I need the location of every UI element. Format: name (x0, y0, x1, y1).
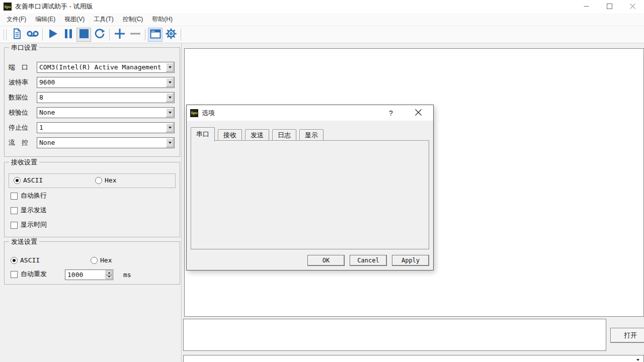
combobox-value: 9600 (39, 77, 165, 87)
combobox-value: None (39, 138, 165, 148)
menubar: 文件(F) 编辑(E) 视图(V) 工具(T) 控制(C) 帮助(H) (0, 13, 644, 26)
interval-unit-label: ms (123, 272, 131, 279)
radio-icon (14, 177, 21, 184)
send-hex-label: Hex (100, 257, 112, 264)
combobox-value: 8 (39, 93, 165, 103)
refresh-icon (94, 28, 105, 41)
receive-hex-label: Hex (105, 177, 116, 184)
dropdown-arrow-icon[interactable] (166, 108, 174, 117)
menu-view[interactable]: 视图(V) (60, 14, 89, 25)
close-icon (630, 3, 635, 11)
resend-interval-input[interactable]: 1000 (65, 269, 113, 280)
maximize-icon (607, 3, 612, 11)
baudrate-combobox[interactable]: 9600 (37, 77, 175, 88)
minimize-button[interactable] (575, 0, 598, 13)
plus-icon (114, 28, 126, 41)
settings-button[interactable] (164, 28, 178, 42)
maximize-button[interactable] (598, 0, 621, 13)
spin-up-button[interactable] (106, 270, 112, 275)
panels-button[interactable] (148, 28, 163, 42)
checkbox-icon (11, 271, 18, 278)
dialog-help-button[interactable]: ? (385, 107, 397, 119)
tab-serial[interactable]: 串口 (191, 127, 215, 141)
open-port-button[interactable]: 打开 (610, 328, 644, 343)
radio-icon (95, 177, 102, 184)
combobox-value: 1 (39, 123, 165, 133)
menu-help[interactable]: 帮助(H) (147, 14, 177, 25)
dialog-tabbar: 串口 接收 发送 日志 显示 (191, 127, 327, 141)
dialog-title: 选项 (202, 109, 215, 118)
databits-combobox[interactable]: 8 (37, 92, 175, 103)
options-dialog: Spu 选项 ? 串口 接收 发送 日志 显示 串 口 COM3 (Intel(… (186, 105, 434, 270)
checkbox-icon (11, 193, 18, 200)
show-send-label: 显示发送 (21, 207, 47, 214)
checkbox-icon (11, 222, 18, 229)
new-file-icon (12, 28, 22, 41)
port-combobox[interactable]: COM3(Intel(R) Active Management (37, 62, 175, 73)
tab-display[interactable]: 显示 (299, 129, 324, 141)
stopbits-combobox[interactable]: 1 (37, 122, 175, 133)
toolbar-drag-handle[interactable] (4, 29, 7, 40)
flowcontrol-combobox[interactable]: None (37, 137, 175, 148)
app-window: Spu 友善串口调试助手 - 试用版 文件(F) 编辑(E) 视图(V (0, 0, 644, 362)
baudrate-label: 波特率 (9, 77, 28, 88)
toolbar-separator (42, 29, 43, 41)
send-history-combobox[interactable] (183, 355, 644, 362)
refresh-button[interactable] (92, 28, 107, 42)
toolbar (0, 26, 644, 43)
play-icon (48, 28, 58, 41)
group-title: 接收设置 (9, 158, 39, 167)
receive-settings-group: 接收设置 ASCII Hex 自动换行 显示发送 (4, 162, 180, 237)
autowrap-label: 自动换行 (21, 192, 47, 199)
pause-icon (64, 28, 72, 41)
close-icon (415, 109, 422, 117)
dropdown-arrow-icon[interactable] (166, 138, 174, 147)
resend-interval-value: 1000 (67, 270, 105, 280)
titlebar: Spu 友善串口调试助手 - 试用版 (0, 0, 644, 13)
toolbar-separator (181, 29, 181, 41)
close-button[interactable] (621, 0, 644, 13)
settings-icon (165, 28, 177, 41)
dropdown-arrow-icon[interactable] (636, 359, 639, 361)
tab-log[interactable]: 日志 (272, 129, 296, 141)
dialog-close-button[interactable] (412, 107, 424, 119)
serial-settings-group: 串口设置 端 口 COM3(Intel(R) Active Management… (4, 47, 180, 157)
spinner-buttons (106, 270, 112, 279)
checkbox-icon (11, 207, 18, 214)
minus-button[interactable] (128, 28, 142, 42)
radio-icon (11, 257, 18, 264)
parity-combobox[interactable]: None (37, 107, 175, 118)
minimize-icon (584, 3, 589, 11)
flowcontrol-label: 流 控 (9, 137, 28, 148)
tab-send[interactable]: 发送 (245, 129, 269, 141)
menu-control[interactable]: 控制(C) (118, 14, 148, 25)
new-file-button[interactable] (10, 28, 24, 42)
menu-edit[interactable]: 编辑(E) (31, 14, 60, 25)
menu-file[interactable]: 文件(F) (2, 14, 31, 25)
menu-tools[interactable]: 工具(T) (89, 14, 118, 25)
spin-down-button[interactable] (106, 275, 112, 280)
minus-icon (129, 28, 141, 41)
record-button[interactable] (25, 28, 40, 42)
group-title: 串口设置 (9, 43, 39, 52)
combobox-value: COM3(Intel(R) Active Management (39, 62, 165, 72)
play-button[interactable] (45, 28, 60, 42)
toolbar-separator (145, 29, 145, 41)
dialog-icon: Spu (190, 109, 198, 117)
pause-button[interactable] (61, 28, 75, 42)
dropdown-arrow-icon[interactable] (166, 93, 174, 102)
app-icon: Spu (4, 3, 12, 11)
ok-button[interactable]: OK (307, 255, 345, 266)
dropdown-arrow-icon[interactable] (166, 78, 174, 87)
cancel-button[interactable]: Cancel (350, 255, 387, 266)
apply-button[interactable]: Apply (392, 255, 429, 266)
databits-label: 数据位 (9, 92, 28, 103)
window-controls (575, 0, 644, 13)
dropdown-arrow-icon[interactable] (166, 63, 174, 72)
dropdown-arrow-icon[interactable] (166, 123, 174, 132)
stop-button[interactable] (76, 28, 91, 42)
window-title: 友善串口调试助手 - 试用版 (15, 2, 93, 11)
plus-button[interactable] (112, 28, 127, 42)
tab-receive[interactable]: 接收 (218, 129, 242, 141)
send-input-area[interactable] (183, 319, 606, 351)
